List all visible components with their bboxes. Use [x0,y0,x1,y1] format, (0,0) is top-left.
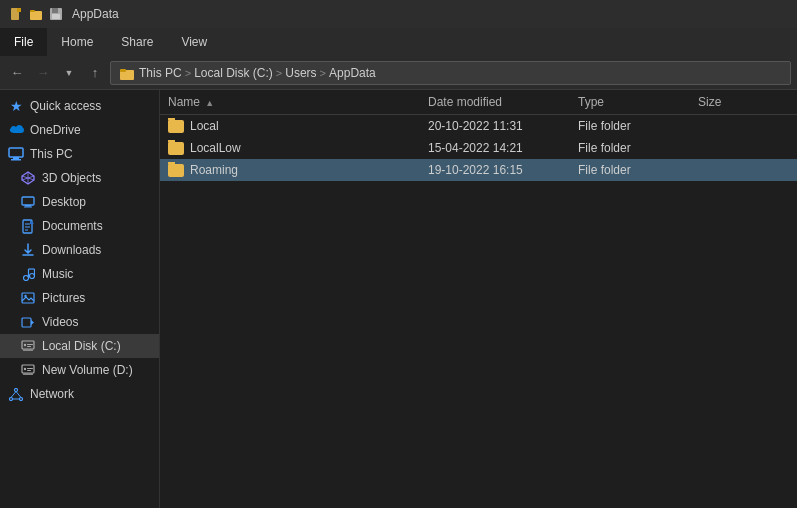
3d-objects-icon [20,170,36,186]
breadcrumb-localdisk[interactable]: Local Disk (C:) [194,66,273,80]
breadcrumb-thispc[interactable]: This PC [139,66,182,80]
sidebar-item-this-pc[interactable]: This PC [0,142,159,166]
sidebar-item-videos[interactable]: Videos [0,310,159,334]
svg-rect-5 [30,10,35,12]
title-bar-text: AppData [72,7,119,21]
file-type-roaming: File folder [570,162,690,178]
svg-rect-8 [52,14,60,19]
file-row-locallow[interactable]: LocalLow 15-04-2022 14:21 File folder [160,137,797,159]
back-button[interactable]: ← [6,62,28,84]
file-date-local: 20-10-2022 11:31 [420,118,570,134]
file-date-roaming: 19-10-2022 16:15 [420,162,570,178]
sidebar-label-quick-access: Quick access [30,99,101,113]
downloads-icon [20,242,36,258]
file-row-local[interactable]: Local 20-10-2022 11:31 File folder [160,115,797,137]
svg-point-46 [15,388,18,391]
breadcrumb-sep-0: > [185,67,191,79]
svg-rect-42 [23,373,33,375]
sidebar-item-desktop[interactable]: Desktop [0,190,159,214]
sidebar-label-pictures: Pictures [42,291,85,305]
svg-line-50 [16,391,21,397]
column-header-type[interactable]: Type [570,93,690,111]
sidebar-label-music: Music [42,267,73,281]
svg-marker-35 [31,320,34,325]
sidebar-label-videos: Videos [42,315,78,329]
sidebar-item-new-volume-d[interactable]: New Volume (D:) [0,358,159,382]
history-button[interactable]: ▼ [58,62,80,84]
svg-point-38 [24,344,26,346]
breadcrumb-appdata[interactable]: AppData [329,66,376,80]
column-header-name[interactable]: Name ▲ [160,93,420,111]
svg-rect-12 [13,157,19,159]
svg-rect-40 [27,346,31,347]
file-type-local: File folder [570,118,690,134]
file-size-roaming [690,169,770,171]
svg-line-49 [11,391,16,397]
local-disk-c-icon [20,338,36,354]
main-layout: ★ Quick access OneDrive This PC [0,90,797,508]
sidebar-item-music[interactable]: Music [0,262,159,286]
svg-rect-45 [27,370,31,371]
sort-arrow-name: ▲ [205,98,214,108]
sidebar-label-local-disk-c: Local Disk (C:) [42,339,121,353]
svg-point-27 [23,276,28,281]
onedrive-icon [8,122,24,138]
ribbon-tab-file[interactable]: File [0,28,47,56]
svg-point-28 [29,274,34,279]
svg-rect-44 [27,368,33,369]
file-name-locallow: LocalLow [160,140,420,156]
sidebar: ★ Quick access OneDrive This PC [0,90,160,508]
breadcrumb-users[interactable]: Users [285,66,316,80]
desktop-icon [20,194,36,210]
file-name-local: Local [160,118,420,134]
network-icon [8,386,24,402]
svg-rect-20 [24,207,32,208]
up-button[interactable]: ↑ [84,62,106,84]
sidebar-item-network[interactable]: Network [0,382,159,406]
svg-point-43 [24,368,26,370]
sidebar-item-onedrive[interactable]: OneDrive [0,118,159,142]
content-area: Name ▲ Date modified Type Size Local 20-… [160,90,797,508]
sidebar-item-documents[interactable]: Documents [0,214,159,238]
title-folder-icon [28,6,44,22]
sidebar-item-pictures[interactable]: Pictures [0,286,159,310]
column-headers: Name ▲ Date modified Type Size [160,90,797,115]
file-name-roaming: Roaming [160,162,420,178]
sidebar-label-documents: Documents [42,219,103,233]
column-header-date[interactable]: Date modified [420,93,570,111]
svg-rect-32 [22,293,34,303]
sidebar-label-3d-objects: 3D Objects [42,171,101,185]
music-icon [20,266,36,282]
address-box[interactable]: This PC > Local Disk (C:) > Users > AppD… [110,61,791,85]
new-volume-d-icon [20,362,36,378]
svg-rect-39 [27,344,33,345]
svg-rect-10 [120,69,126,72]
svg-rect-11 [9,148,23,157]
column-header-size[interactable]: Size [690,93,770,111]
sidebar-item-local-disk-c[interactable]: Local Disk (C:) [0,334,159,358]
sidebar-item-quick-access[interactable]: ★ Quick access [0,94,159,118]
svg-point-47 [10,397,13,400]
sidebar-label-desktop: Desktop [42,195,86,209]
address-folder-icon [119,65,135,81]
title-bar: AppData [0,0,797,28]
file-row-roaming[interactable]: Roaming 19-10-2022 16:15 File folder [160,159,797,181]
svg-rect-19 [25,205,31,207]
forward-button[interactable]: → [32,62,54,84]
folder-icon-local [168,120,184,133]
svg-rect-13 [11,159,21,161]
ribbon-tab-view[interactable]: View [167,28,221,56]
ribbon-tab-share[interactable]: Share [107,28,167,56]
sidebar-item-3d-objects[interactable]: 3D Objects [0,166,159,190]
folder-icon-roaming [168,164,184,177]
file-size-locallow [690,147,770,149]
sidebar-item-downloads[interactable]: Downloads [0,238,159,262]
file-date-locallow: 15-04-2022 14:21 [420,140,570,156]
documents-icon [20,218,36,234]
svg-rect-18 [22,197,34,205]
file-type-locallow: File folder [570,140,690,156]
ribbon-tab-home[interactable]: Home [47,28,107,56]
folder-icon-locallow [168,142,184,155]
quick-access-icon: ★ [8,98,24,114]
title-file-icon [8,6,24,22]
